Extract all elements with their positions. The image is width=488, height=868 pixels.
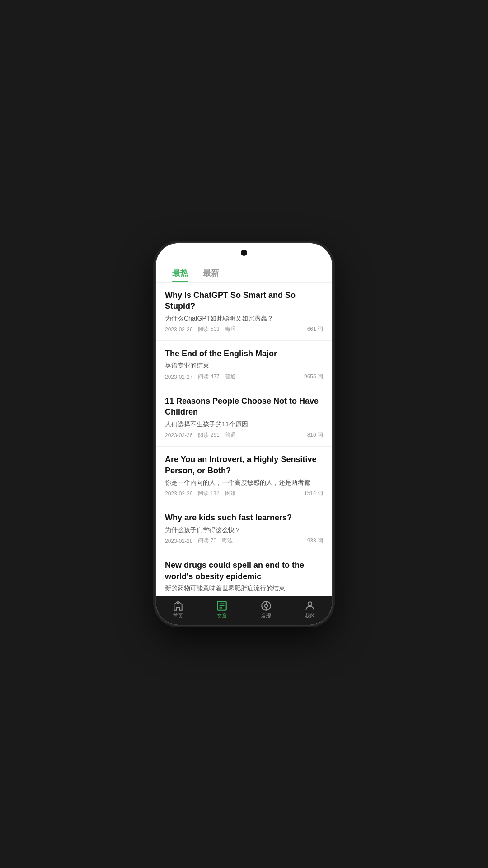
article-item[interactable]: 11 Reasons People Choose Not to Have Chi… xyxy=(156,388,332,447)
nav-discover-label: 发现 xyxy=(261,613,271,619)
tab-hot[interactable]: 最热 xyxy=(165,263,196,282)
article-title-zh: 为什么孩子们学得这么快？ xyxy=(165,526,323,535)
article-icon xyxy=(216,600,228,612)
svg-point-6 xyxy=(265,604,268,607)
article-level: 困难 xyxy=(225,490,236,497)
article-item[interactable]: Are You an Introvert, a Highly Sensitive… xyxy=(156,447,332,505)
svg-point-0 xyxy=(177,602,179,604)
article-meta: 2023-02-27 阅读 477 普通 9655 词 xyxy=(165,373,323,381)
article-title-en: New drugs could spell an end to the worl… xyxy=(165,560,323,582)
article-item[interactable]: The End of the English Major 英语专业的结束 202… xyxy=(156,341,332,388)
article-title-en: 11 Reasons People Choose Not to Have Chi… xyxy=(165,396,323,418)
tab-bar: 最热 最新 xyxy=(156,263,332,283)
svg-point-9 xyxy=(308,602,312,606)
article-title-zh: 你是一个内向的人，一个高度敏感的人，还是两者都 xyxy=(165,478,323,487)
article-reads: 阅读 112 xyxy=(198,490,219,497)
article-word-count: 661 词 xyxy=(307,326,323,333)
article-list: Why Is ChatGPT So Smart and So Stupid? 为… xyxy=(156,283,332,596)
nav-article[interactable]: 文章 xyxy=(200,597,244,622)
article-date: 2023-02-26 xyxy=(165,432,192,439)
article-title-en: Why are kids such fast learners? xyxy=(165,512,323,523)
article-meta: 2023-02-26 阅读 503 晦涩 661 词 xyxy=(165,326,323,333)
article-reads: 阅读 477 xyxy=(198,373,219,381)
article-meta: 2023-02-26 阅读 291 普通 810 词 xyxy=(165,431,323,439)
article-word-count: 1514 词 xyxy=(304,490,323,497)
nav-profile[interactable]: 我的 xyxy=(288,597,333,622)
article-date: 2023-02-26 xyxy=(165,326,192,333)
article-date: 2023-02-26 xyxy=(165,491,192,497)
article-item[interactable]: New drugs could spell an end to the worl… xyxy=(156,552,332,596)
article-title-en: Why Is ChatGPT So Smart and So Stupid? xyxy=(165,290,323,312)
article-item[interactable]: Why Is ChatGPT So Smart and So Stupid? 为… xyxy=(156,283,332,341)
nav-home[interactable]: 首页 xyxy=(156,597,200,622)
bottom-navigation: 首页 文章 xyxy=(156,596,332,625)
article-reads: 阅读 503 xyxy=(198,326,219,333)
article-title-en: The End of the English Major xyxy=(165,348,323,359)
nav-article-label: 文章 xyxy=(217,613,227,619)
discover-icon xyxy=(260,600,272,612)
nav-profile-label: 我的 xyxy=(305,613,315,619)
article-item[interactable]: Why are kids such fast learners? 为什么孩子们学… xyxy=(156,505,332,552)
nav-discover[interactable]: 发现 xyxy=(244,597,288,622)
article-word-count: 933 词 xyxy=(307,537,323,545)
status-bar xyxy=(156,243,332,263)
article-title-zh: 为什么ChatGPT如此聪明又如此愚蠢？ xyxy=(165,314,323,323)
profile-icon xyxy=(304,600,316,612)
article-level: 普通 xyxy=(225,431,236,439)
article-title-en: Are You an Introvert, a Highly Sensitive… xyxy=(165,454,323,476)
article-title-zh: 人们选择不生孩子的11个原因 xyxy=(165,420,323,429)
camera-notch xyxy=(241,250,247,256)
article-meta: 2023-02-26 阅读 112 困难 1514 词 xyxy=(165,490,323,497)
article-word-count: 810 词 xyxy=(307,431,323,439)
nav-home-label: 首页 xyxy=(173,613,183,619)
article-title-zh: 新的药物可能意味着世界肥胖症流行的结束 xyxy=(165,584,323,593)
article-reads: 阅读 291 xyxy=(198,431,219,439)
article-date: 2023-02-28 xyxy=(165,538,192,544)
tab-new[interactable]: 最新 xyxy=(196,263,226,282)
article-date: 2023-02-27 xyxy=(165,374,192,380)
article-reads: 阅读 70 xyxy=(198,537,216,545)
home-icon xyxy=(172,600,184,612)
article-title-zh: 英语专业的结束 xyxy=(165,361,323,370)
article-word-count: 9655 词 xyxy=(304,373,323,381)
article-level: 晦涩 xyxy=(222,537,233,545)
article-level: 晦涩 xyxy=(225,326,236,333)
article-meta: 2023-02-28 阅读 70 晦涩 933 词 xyxy=(165,537,323,545)
article-level: 普通 xyxy=(225,373,236,381)
